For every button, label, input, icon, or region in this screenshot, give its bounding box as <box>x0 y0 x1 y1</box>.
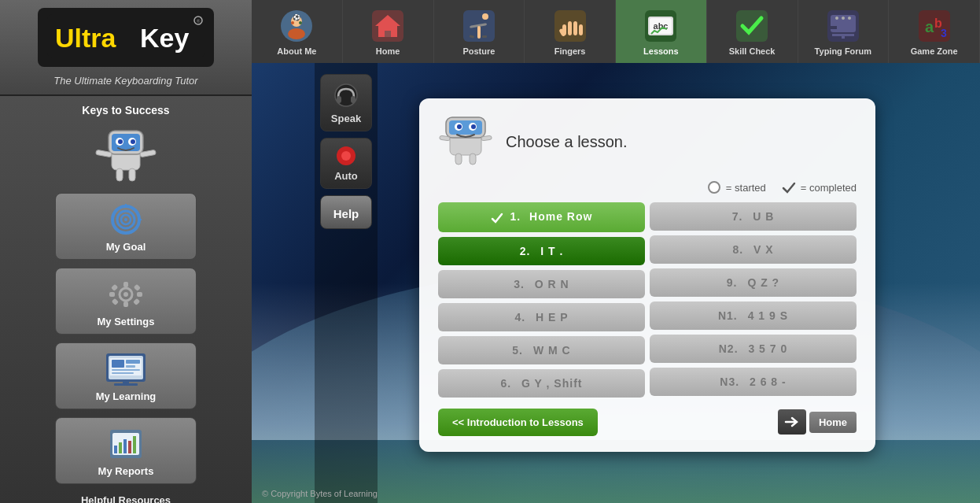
lesson-legend: = started = completed <box>438 180 857 194</box>
svg-rect-83 <box>119 442 122 453</box>
nav-typing-forum[interactable]: Typing Forum <box>798 0 890 63</box>
my-learning-icon <box>102 350 149 389</box>
skill-check-icon <box>735 9 769 43</box>
my-learning-button[interactable]: My Learning <box>55 342 197 409</box>
svg-rect-79 <box>112 372 134 374</box>
my-goal-icon <box>102 200 149 239</box>
svg-point-3 <box>291 21 294 24</box>
svg-point-57 <box>124 218 127 221</box>
fingers-icon <box>553 9 588 43</box>
control-bar: Speak Auto Help <box>315 63 378 503</box>
svg-rect-63 <box>123 301 128 307</box>
svg-rect-65 <box>137 292 142 297</box>
svg-text:Ultra: Ultra <box>55 23 117 53</box>
main-content-area: Speak Auto Help <box>315 63 980 503</box>
nav-posture[interactable]: Posture <box>434 0 525 63</box>
svg-text:Key: Key <box>140 23 189 53</box>
mascot-figure <box>94 124 157 187</box>
my-settings-icon <box>102 275 149 314</box>
lesson-n1-name: 4 1 9 S <box>748 309 788 322</box>
svg-text:3: 3 <box>941 27 947 39</box>
lessons-grid: 1. Home Row 2. I T . 3. O R N 4. H E P <box>438 202 857 397</box>
nav-posture-label: Posture <box>462 46 495 56</box>
lesson-panel: Choose a lesson. = started = completed <box>419 98 875 451</box>
nav-lessons[interactable]: abc Lessons <box>616 0 707 63</box>
nav-about-me[interactable]: ⚽ About Me <box>252 0 343 63</box>
lesson-7-name: U B <box>753 210 774 223</box>
lesson-7-num: 7. <box>732 210 743 223</box>
my-settings-label: My Settings <box>98 316 155 327</box>
lesson-n2-num: N2. <box>719 342 739 355</box>
lesson-n1-button[interactable]: N1. 4 1 9 S <box>650 301 857 330</box>
top-navigation: ⚽ About Me Home Posture <box>252 0 980 63</box>
legend-completed: = completed <box>782 180 857 194</box>
lesson-8-button[interactable]: 8. V X <box>650 235 857 264</box>
lesson-6-name: G Y , Shift <box>521 377 582 390</box>
svg-rect-69 <box>133 298 140 305</box>
svg-text:a: a <box>925 18 934 35</box>
svg-point-4 <box>299 21 302 24</box>
started-circle-icon <box>707 180 721 194</box>
svg-rect-52 <box>116 168 123 181</box>
svg-rect-121 <box>351 96 356 103</box>
svg-point-29 <box>842 17 845 20</box>
speak-button[interactable]: Speak <box>320 74 372 131</box>
lessons-left-column: 1. Home Row 2. I T . 3. O R N 4. H E P <box>438 202 645 397</box>
home-panel-button[interactable]: Home <box>809 412 857 433</box>
my-goal-button[interactable]: My Goal <box>55 193 197 260</box>
mascot-icon <box>438 114 493 169</box>
lesson-4-button[interactable]: 4. H E P <box>438 303 645 331</box>
help-button[interactable]: Help <box>320 195 372 229</box>
svg-rect-53 <box>129 168 135 181</box>
svg-rect-73 <box>114 383 138 386</box>
lesson-3-button[interactable]: 3. O R N <box>438 270 645 298</box>
nav-home[interactable]: Home <box>343 0 434 63</box>
logo: Ultra Key ® <box>38 8 214 67</box>
nav-fingers[interactable]: Fingers <box>525 0 616 63</box>
lesson-n2-button[interactable]: N2. 3 5 7 0 <box>650 335 857 363</box>
intro-lessons-button[interactable]: << Introduction to Lessons <box>438 409 598 436</box>
my-reports-button[interactable]: My Reports <box>55 417 197 484</box>
svg-rect-12 <box>477 26 481 39</box>
completed-check-icon <box>782 180 796 194</box>
nav-skill-check[interactable]: Skill Check <box>707 0 798 63</box>
svg-rect-76 <box>126 360 140 364</box>
lesson-2-button[interactable]: 2. I T . <box>438 237 645 265</box>
legend-started-text: = started <box>726 182 766 194</box>
my-learning-label: My Learning <box>96 390 157 402</box>
svg-rect-82 <box>114 446 117 453</box>
next-arrow-button[interactable] <box>778 409 806 435</box>
lesson-6-button[interactable]: 6. G Y , Shift <box>438 369 645 398</box>
nav-skill-check-label: Skill Check <box>729 46 776 56</box>
choose-lesson-text: Choose a lesson. <box>506 133 628 151</box>
my-reports-label: My Reports <box>98 465 154 477</box>
auto-button[interactable]: Auto <box>320 138 372 189</box>
svg-rect-68 <box>112 298 119 305</box>
lesson-9-name: Q Z ? <box>747 276 779 289</box>
lesson-5-num: 5. <box>512 344 523 357</box>
lesson-9-num: 9. <box>727 276 738 289</box>
lesson-n3-num: N3. <box>720 375 739 388</box>
svg-rect-19 <box>579 24 583 35</box>
my-settings-button[interactable]: My Settings <box>55 268 197 335</box>
svg-point-135 <box>709 182 720 193</box>
lesson-9-button[interactable]: 9. Q Z ? <box>650 268 857 297</box>
about-me-icon: ⚽ <box>279 9 314 43</box>
keys-to-success-label: Keys to Success <box>82 104 169 117</box>
nav-typing-forum-label: Typing Forum <box>815 46 872 56</box>
nav-game-zone[interactable]: a b 3 Game Zone <box>889 0 980 63</box>
svg-rect-120 <box>337 96 341 103</box>
lesson-1-button[interactable]: 1. Home Row <box>438 202 645 231</box>
lesson-5-button[interactable]: 5. W M C <box>438 336 645 364</box>
nav-home-label: Home <box>376 46 400 56</box>
lesson-7-button[interactable]: 7. U B <box>650 202 857 231</box>
learning-screen-icon <box>102 352 149 386</box>
game-zone-icon: a b 3 <box>917 9 952 43</box>
lesson-n1-num: N1. <box>718 309 738 322</box>
lesson-n3-button[interactable]: N3. 2 6 8 - <box>650 368 857 396</box>
svg-rect-14 <box>482 35 487 38</box>
svg-rect-84 <box>123 439 127 453</box>
my-reports-icon <box>102 424 149 464</box>
arrow-right-icon <box>784 416 800 428</box>
lesson-8-name: V X <box>753 243 774 256</box>
